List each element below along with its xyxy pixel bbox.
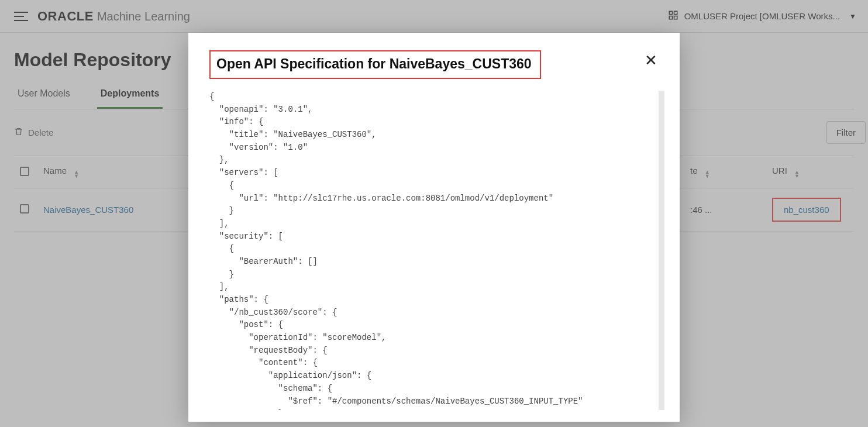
modal-header: Open API Specification for NaiveBayes_CU… (188, 33, 680, 87)
modal-dialog: Open API Specification for NaiveBayes_CU… (188, 33, 680, 422)
openapi-code: { "openapi": "3.0.1", "info": { "title":… (209, 91, 659, 410)
close-icon[interactable]: ✕ (640, 50, 662, 70)
code-scroll[interactable]: { "openapi": "3.0.1", "info": { "title":… (209, 91, 664, 410)
modal-overlay[interactable]: Open API Specification for NaiveBayes_CU… (0, 0, 868, 427)
modal-title: Open API Specification for NaiveBayes_CU… (209, 50, 541, 79)
